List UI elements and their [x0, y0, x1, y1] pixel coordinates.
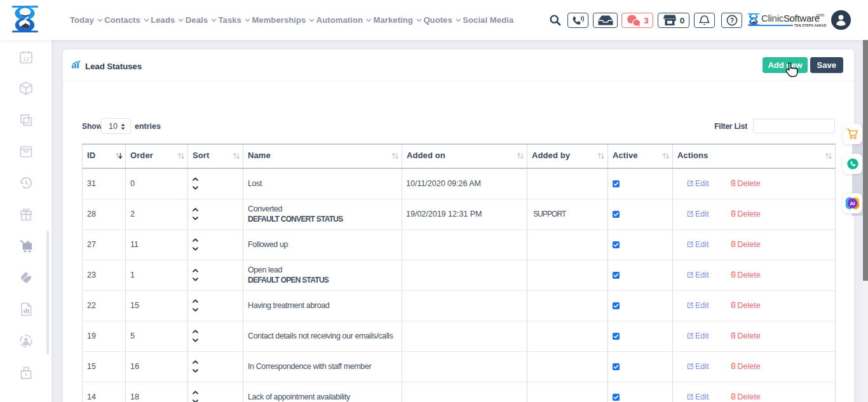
svg-text:?: ? [729, 17, 733, 24]
svg-text:AI: AI [850, 201, 855, 206]
svg-text:12: 12 [23, 55, 29, 62]
